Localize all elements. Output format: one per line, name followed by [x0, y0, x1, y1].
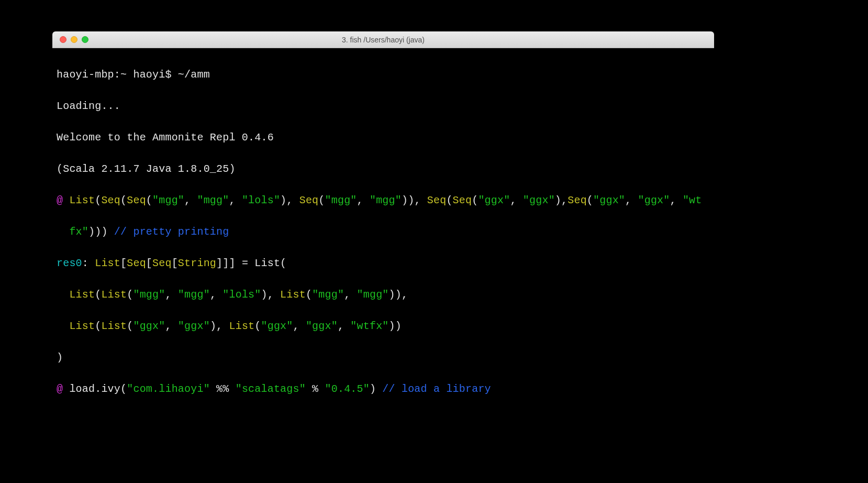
input-line-1: @ List(Seq(Seq("mgg", "mgg", "lols"), Se…	[57, 193, 710, 208]
loading-text: Loading...	[57, 98, 710, 114]
prompt-symbol: @	[57, 194, 69, 206]
shell-prompt: haoyi-mbp:~ haoyi$	[57, 69, 178, 81]
window-title: 3. fish /Users/haoyi (java)	[52, 36, 714, 44]
window-title-bar: 3. fish /Users/haoyi (java)	[52, 31, 714, 48]
minimize-icon[interactable]	[71, 36, 77, 43]
res0-close: )	[57, 350, 710, 366]
res0-header: res0: List[Seq[Seq[String]]] = List(	[57, 256, 710, 271]
shell-prompt-line: haoyi-mbp:~ haoyi$ ~/amm	[57, 67, 710, 83]
blank-line	[57, 413, 710, 429]
comment-loadlib: // load a library	[376, 383, 491, 395]
comment-pretty: // pretty printing	[108, 226, 229, 238]
input-line-1-cont: fx"))) // pretty printing	[57, 224, 710, 240]
res0-row-2: List(List("ggx", "ggx"), List("ggx", "gg…	[57, 319, 710, 334]
input-line-2: @ load.ivy("com.lihaoyi" %% "scalatags" …	[57, 381, 710, 397]
shell-command: ~/amm	[178, 69, 210, 81]
res0-row-1: List(List("mgg", "mgg", "lols"), List("m…	[57, 287, 710, 303]
traffic-lights	[52, 36, 88, 43]
maximize-icon[interactable]	[82, 36, 88, 43]
prompt-symbol: @	[57, 383, 69, 395]
welcome-text: Welcome to the Ammonite Repl 0.4.6	[57, 130, 710, 146]
version-text: (Scala 2.11.7 Java 1.8.0_25)	[57, 161, 710, 177]
terminal-body[interactable]: haoyi-mbp:~ haoyi$ ~/amm Loading... Welc…	[52, 48, 714, 432]
close-icon[interactable]	[60, 36, 66, 43]
terminal-window: 3. fish /Users/haoyi (java) haoyi-mbp:~ …	[52, 31, 714, 432]
